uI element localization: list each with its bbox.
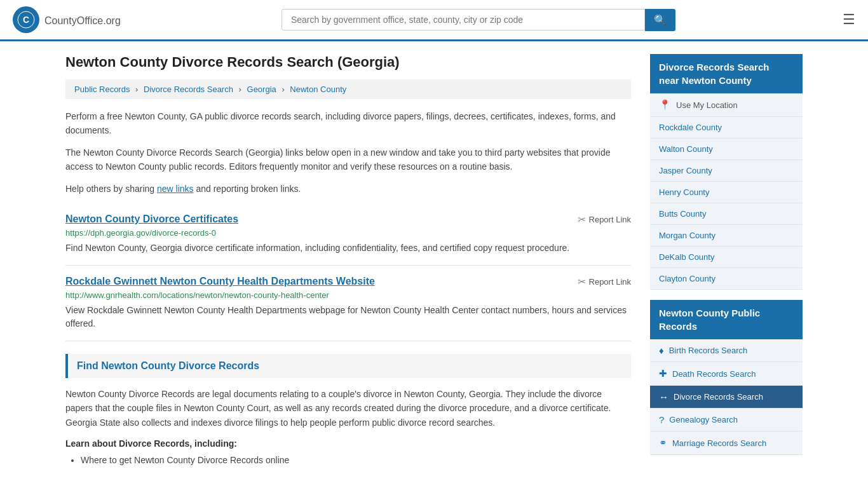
page-container: Newton County Divorce Records Search (Ge…: [53, 41, 815, 481]
result-title-1[interactable]: Newton County Divorce Certificates: [65, 214, 238, 225]
birth-records-link[interactable]: ♦ Birth Records Search: [650, 339, 803, 362]
intro-paragraph-3: Help others by sharing new links and rep…: [65, 182, 631, 196]
search-input[interactable]: [281, 9, 645, 30]
result-card-2: Rockdale Gwinnett Newton County Health D…: [65, 266, 631, 341]
breadcrumb-divorce-records[interactable]: Divorce Records Search: [144, 85, 233, 94]
bullet-list: Where to get Newton County Divorce Recor…: [65, 452, 631, 468]
result-url-2[interactable]: http://www.gnrhealth.com/locations/newto…: [65, 290, 631, 300]
result-desc-1: Find Newton County, Georgia divorce cert…: [65, 241, 631, 255]
sidebar-link-morgan[interactable]: Morgan County: [650, 225, 803, 247]
nearby-section-title: Divorce Records Searchnear Newton County: [650, 54, 803, 93]
intro-paragraph-1: Perform a free Newton County, GA public …: [65, 109, 631, 138]
learn-heading: Learn about Divorce Records, including:: [65, 438, 631, 449]
logo-area: C CountyOffice.org: [13, 6, 121, 33]
death-records-link[interactable]: ✚ Death Records Search: [650, 362, 803, 386]
marriage-records-link[interactable]: ⚭ Marriage Records Search: [650, 431, 803, 455]
logo-text: CountyOffice.org: [44, 13, 121, 27]
svg-text:C: C: [23, 15, 29, 25]
sidebar-link-rockdale[interactable]: Rockdale County: [650, 117, 803, 139]
new-links-link[interactable]: new links: [157, 184, 194, 194]
result-card-1: Newton County Divorce Certificates ✂ Rep…: [65, 203, 631, 266]
sidebar-link-butts[interactable]: Butts County: [650, 203, 803, 225]
result-header-1: Newton County Divorce Certificates ✂ Rep…: [65, 214, 631, 226]
sidebar-link-walton[interactable]: Walton County: [650, 139, 803, 160]
bullet-item-1: Where to get Newton County Divorce Recor…: [81, 452, 631, 468]
intro-paragraph-2: The Newton County Divorce Records Search…: [65, 146, 631, 174]
marriage-icon: ⚭: [659, 437, 667, 449]
public-records-section-title: Newton County Public Records: [650, 300, 803, 339]
genealogy-search-link[interactable]: ? Genealogy Search: [650, 409, 803, 431]
report-link-1[interactable]: ✂ Report Link: [578, 214, 631, 226]
breadcrumb-georgia[interactable]: Georgia: [247, 85, 276, 94]
menu-icon[interactable]: ☰: [843, 11, 855, 28]
arrows-icon: ↔: [659, 391, 668, 402]
search-button[interactable]: 🔍: [645, 9, 675, 31]
sidebar: Divorce Records Searchnear Newton County…: [650, 54, 803, 468]
use-my-location-link[interactable]: 📍 Use My Location: [650, 93, 803, 117]
cross-icon: ✚: [659, 368, 667, 379]
scissors-icon-1: ✂: [578, 214, 586, 226]
sidebar-link-clayton[interactable]: Clayton County: [650, 268, 803, 290]
result-url-1[interactable]: https://dph.georgia.gov/divorce-records-…: [65, 228, 631, 238]
breadcrumb: Public Records › Divorce Records Search …: [65, 79, 631, 99]
find-section-body: Newton County Divorce Records are legal …: [65, 387, 631, 430]
sidebar-link-henry[interactable]: Henry County: [650, 182, 803, 203]
header: C CountyOffice.org 🔍 ☰: [0, 0, 868, 41]
result-title-2[interactable]: Rockdale Gwinnett Newton County Health D…: [65, 276, 375, 287]
find-section-heading: Find Newton County Divorce Records: [65, 354, 631, 378]
sidebar-link-jasper[interactable]: Jasper County: [650, 160, 803, 182]
logo-icon: C: [13, 6, 39, 33]
question-icon: ?: [659, 414, 664, 425]
public-records-section: Newton County Public Records ♦ Birth Rec…: [650, 300, 803, 455]
result-desc-2: View Rockdale Gwinnett Newton County Hea…: [65, 304, 631, 330]
scissors-icon-2: ✂: [578, 276, 586, 288]
main-content: Newton County Divorce Records Search (Ge…: [65, 54, 631, 468]
page-title: Newton County Divorce Records Search (Ge…: [65, 54, 631, 71]
result-header-2: Rockdale Gwinnett Newton County Health D…: [65, 276, 631, 288]
sidebar-link-dekalb[interactable]: DeKalb County: [650, 247, 803, 268]
search-area: 🔍: [281, 9, 675, 31]
pin-icon: 📍: [659, 99, 671, 111]
nearby-section: Divorce Records Searchnear Newton County…: [650, 54, 803, 290]
birth-icon: ♦: [659, 345, 664, 356]
report-link-2[interactable]: ✂ Report Link: [578, 276, 631, 288]
breadcrumb-public-records[interactable]: Public Records: [74, 85, 130, 94]
breadcrumb-newton-county[interactable]: Newton County: [290, 85, 346, 94]
divorce-records-link[interactable]: ↔ Divorce Records Search: [650, 386, 803, 409]
